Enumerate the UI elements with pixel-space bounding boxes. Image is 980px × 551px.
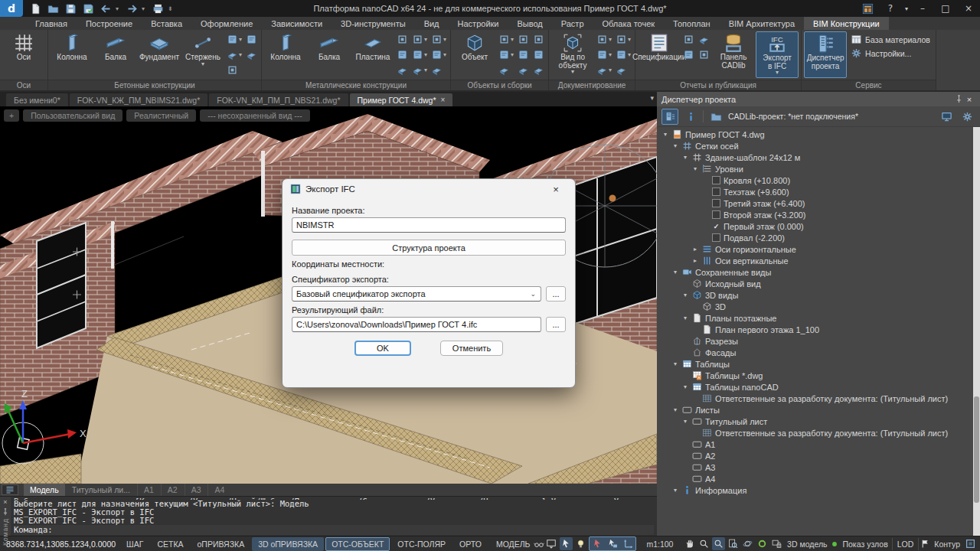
tree-item[interactable]: Разрезы — [657, 335, 980, 347]
tree-item[interactable]: ▾Уровни — [657, 163, 980, 174]
ribbon-button-балка[interactable]: Балка — [308, 31, 351, 78]
bim-app-button[interactable] — [856, 0, 879, 17]
ribbon-button-экспорт-в-ifc[interactable]: IFCЭкспорт в IFC▾ — [756, 31, 799, 78]
red-cursor-button[interactable] — [590, 537, 605, 550]
tree-item[interactable]: Техэтаж (+9.600) — [657, 186, 980, 197]
ribbon-button-оси[interactable]: Оси — [2, 31, 45, 78]
tree-item[interactable]: ✓Первый этаж (0.000) — [657, 220, 980, 232]
tree-expander[interactable]: ▾ — [681, 383, 689, 390]
project-structure-button[interactable]: Структура проекта — [292, 240, 566, 256]
ribbon-small-button[interactable] — [246, 32, 257, 46]
dialog-title-bar[interactable]: Экспорт IFC × — [283, 179, 575, 199]
ribbon-tab-13[interactable]: BIM Конструкции — [804, 17, 889, 30]
ribbon-small-button[interactable]: ▾ — [498, 47, 514, 61]
cursor-style-button[interactable] — [560, 537, 573, 550]
ribbon-button-пластина[interactable]: Пластина — [351, 31, 394, 78]
contour-button[interactable]: Контур — [932, 540, 962, 549]
ribbon-small-button[interactable]: ▾ — [431, 47, 446, 61]
glasses-icon[interactable] — [534, 539, 544, 549]
panel-scrollbar[interactable] — [973, 127, 980, 536]
tree-expander[interactable]: ▸ — [691, 257, 699, 264]
result-file-input[interactable]: C:\Users\zonova\Downloads\Пример ГОСТ 4.… — [292, 317, 541, 332]
tree-item[interactable]: Ответственные за разработку документа: (… — [657, 427, 980, 439]
ribbon-small-button[interactable]: ▾ — [227, 32, 242, 46]
open-file-button[interactable] — [45, 2, 60, 15]
doc-tab-0[interactable]: Без имени0* — [6, 93, 68, 106]
specifier-browse-button[interactable]: ... — [546, 286, 566, 302]
ribbon-tab-12[interactable]: BIM Архитектура — [720, 17, 804, 30]
tree-expander[interactable]: ▸ — [691, 246, 699, 253]
tree-checkbox[interactable] — [712, 176, 720, 184]
tree-expander[interactable]: ▾ — [681, 154, 689, 161]
doc-tab-1[interactable]: FOK-VN_КЖ_ПМ_NBIMS21.dwg* — [70, 93, 208, 106]
status-toggle-отс-объект[interactable]: ОТС-ОБЪЕКТ — [325, 537, 390, 551]
tree-item[interactable]: ▾Информация — [657, 484, 980, 496]
tree-checkbox[interactable] — [712, 199, 720, 207]
tree-item[interactable]: A3 — [657, 461, 980, 473]
layout-tab-2[interactable]: A1 — [137, 484, 160, 496]
tree-item[interactable]: ▾Планы поэтажные — [657, 312, 980, 324]
layout-tab-1[interactable]: Титульный ли... — [66, 484, 136, 496]
ribbon-small-button[interactable]: ▾ — [596, 32, 612, 46]
scrollbar-thumb[interactable] — [974, 396, 979, 503]
help-dropdown[interactable]: ▾ — [902, 0, 911, 17]
viewport-control-0[interactable]: Пользовательский вид — [23, 109, 122, 122]
ribbon-small-button[interactable] — [397, 63, 408, 77]
ribbon-small-button[interactable] — [698, 47, 710, 61]
ribbon-button-объект[interactable]: Объект — [453, 31, 496, 78]
command-history[interactable]: Выберите параметры листа [Копировать/Уда… — [11, 497, 657, 536]
status-toggle-орто[interactable]: ОРТО — [453, 537, 488, 551]
close-button[interactable]: × — [957, 0, 980, 17]
ok-button[interactable]: OK — [354, 341, 411, 356]
doc-tab-close-icon[interactable]: × — [441, 96, 446, 104]
export-specifier-select[interactable]: Базовый спецификатор экспорта ⌄ — [292, 286, 541, 302]
ribbon-button-панель-cadlib[interactable]: Панель CADlib — [712, 31, 755, 78]
cancel-button[interactable]: Отменить — [440, 341, 503, 356]
ribbon-small-button[interactable]: ▾ — [596, 47, 612, 61]
ribbon-tab-4[interactable]: Зависимости — [262, 17, 332, 30]
ribbon-small-button[interactable] — [431, 63, 446, 77]
frame-button[interactable] — [964, 537, 977, 550]
ribbon-small-button[interactable] — [498, 63, 514, 77]
ribbon-tab-8[interactable]: Вывод — [508, 17, 551, 30]
ribbon-small-button[interactable]: ▾ — [498, 32, 514, 46]
tree-checkbox[interactable] — [712, 187, 720, 196]
pin-icon[interactable] — [955, 95, 963, 103]
status-toggle-опривязка[interactable]: оПРИВЯЗКА — [191, 537, 251, 551]
ribbon-button-вид-по-объекту[interactable]: Вид по объекту▾ — [551, 31, 594, 78]
tree-item[interactable]: ▾Титульный лист — [657, 416, 980, 427]
tree-expander[interactable]: ▾ — [671, 142, 679, 149]
maximize-button[interactable]: □ — [934, 0, 957, 17]
tree-item[interactable]: ▾Сохраненные виды — [657, 266, 980, 278]
tree-item[interactable]: A1 — [657, 439, 980, 450]
ribbon-small-button[interactable] — [533, 32, 544, 46]
command-prompt[interactable]: Команда: — [14, 525, 654, 535]
tree-item[interactable]: Исходный вид — [657, 278, 980, 289]
tree-item[interactable]: Ответственные за разработку документа: (… — [657, 393, 980, 404]
monitor-arrow-icon[interactable] — [546, 539, 557, 549]
tree-item[interactable]: ▾Листы — [657, 404, 980, 416]
layout-tab-4[interactable]: A3 — [185, 484, 207, 496]
ribbon-button-настройки...[interactable]: Настройки... — [851, 47, 930, 59]
project-name-input[interactable]: NBIMSTR — [292, 217, 566, 233]
zoom-window-button[interactable] — [712, 537, 725, 550]
tree-expander[interactable]: ▾ — [681, 418, 689, 425]
sync-view-button[interactable] — [938, 109, 955, 125]
doc-tab-3[interactable]: Пример ГОСТ 4.dwg*× — [350, 93, 453, 106]
tree-expander[interactable]: ▾ — [681, 315, 689, 321]
select-cursor-button[interactable] — [605, 537, 620, 550]
status-toggle-отс-поляр[interactable]: ОТС-ПОЛЯР — [391, 537, 452, 551]
tree-expander[interactable]: ▾ — [671, 269, 679, 276]
ribbon-small-button[interactable] — [533, 47, 544, 61]
file-browse-button[interactable]: ... — [546, 317, 566, 332]
redo-dropdown[interactable]: ▾ — [142, 5, 148, 12]
ribbon-small-button[interactable] — [246, 47, 257, 61]
ribbon-button-база-материалов[interactable]: База материалов — [851, 34, 930, 45]
tree-item[interactable]: ▾3D виды — [657, 289, 980, 301]
view-mode-button[interactable]: 3D модель — [785, 540, 829, 549]
ribbon-small-button[interactable] — [683, 47, 694, 61]
tree-item[interactable]: 3D — [657, 301, 980, 312]
tree-expander[interactable]: ▾ — [671, 360, 679, 367]
dialog-close-button[interactable]: × — [544, 181, 567, 197]
ribbon-tab-9[interactable]: Растр — [552, 17, 593, 30]
